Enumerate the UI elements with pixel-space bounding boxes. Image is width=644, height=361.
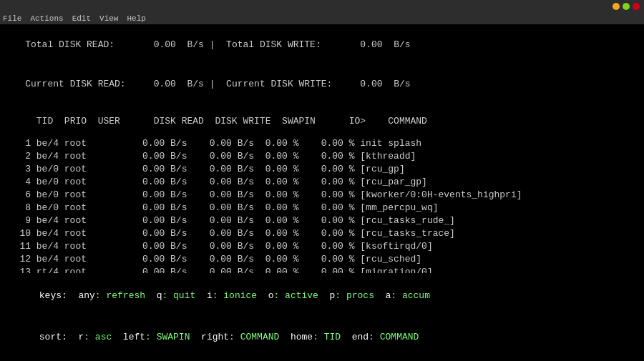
sort-label: sort: (39, 332, 73, 342)
menu-file[interactable]: File (3, 14, 21, 23)
stats-current: Current DISK READ: 0.00 B/s | Current DI… (3, 65, 641, 104)
menubar: File Actions Edit View Help (0, 13, 644, 24)
minimize-button[interactable] (613, 3, 620, 10)
header-text: TID PRIO USER DISK READ DISK WRITE SWAPI… (25, 116, 427, 127)
table-row: 12 be/4 root 0.00 B/s 0.00 B/s 0.00 % 0.… (3, 253, 641, 266)
menu-edit[interactable]: Edit (72, 14, 91, 23)
keys-label: keys: (39, 290, 73, 301)
total-disk-read-label: Total DISK READ: (25, 39, 153, 50)
table-row: 4 be/0 root 0.00 B/s 0.00 B/s 0.00 % 0.0… (3, 176, 641, 189)
maximize-button[interactable] (623, 3, 630, 10)
stats-sep2: | (204, 79, 226, 89)
total-disk-write-label: Total DISK WRITE: (226, 39, 360, 50)
main-content: Total DISK READ: 0.00 B/s | Total DISK W… (0, 24, 644, 361)
table-row: 10 be/4 root 0.00 B/s 0.00 B/s 0.00 % 0.… (3, 227, 641, 240)
current-disk-write-label: Current DISK WRITE: (226, 79, 360, 89)
menu-view[interactable]: View (99, 14, 118, 23)
total-disk-read-val: 0.00 B/s (154, 39, 204, 50)
sort-row: sort: r: asc left: SWAPIN right: COMMAND… (6, 317, 638, 359)
current-disk-read-label: Current DISK READ: (25, 79, 153, 89)
table-row: 3 be/0 root 0.00 B/s 0.00 B/s 0.00 % 0.0… (3, 163, 641, 176)
process-table: 1 be/4 root 0.00 B/s 0.00 B/s 0.00 % 0.0… (3, 137, 641, 273)
stats-sep: | (204, 39, 226, 50)
footer: keys: any: refresh q: quit i: ionice o: … (3, 273, 641, 360)
table-row: 8 be/0 root 0.00 B/s 0.00 B/s 0.00 % 0.0… (3, 202, 641, 214)
table-row: 1 be/4 root 0.00 B/s 0.00 B/s 0.00 % 0.0… (3, 137, 641, 150)
total-disk-write-val: 0.00 B/s (360, 39, 410, 50)
keys-row: keys: any: refresh q: quit i: ionice o: … (6, 275, 638, 317)
window-controls (613, 3, 640, 10)
close-button[interactable] (633, 3, 640, 10)
current-disk-read-val: 0.00 B/s (154, 79, 204, 89)
titlebar (0, 0, 644, 13)
table-row: 9 be/4 root 0.00 B/s 0.00 B/s 0.00 % 0.0… (3, 214, 641, 227)
table-row: 13 rt/4 root 0.00 B/s 0.00 B/s 0.00 % 0.… (3, 266, 641, 274)
table-row: 6 be/0 root 0.00 B/s 0.00 B/s 0.00 % 0.0… (3, 189, 641, 202)
table-row: 2 be/4 root 0.00 B/s 0.00 B/s 0.00 % 0.0… (3, 150, 641, 163)
table-row: 11 be/4 root 0.00 B/s 0.00 B/s 0.00 % 0.… (3, 240, 641, 253)
current-disk-write-val: 0.00 B/s (360, 79, 410, 89)
table-header: TID PRIO USER DISK READ DISK WRITE SWAPI… (3, 104, 641, 137)
menu-help[interactable]: Help (127, 14, 145, 23)
menu-actions[interactable]: Actions (30, 14, 63, 23)
stats-total: Total DISK READ: 0.00 B/s | Total DISK W… (3, 26, 641, 65)
